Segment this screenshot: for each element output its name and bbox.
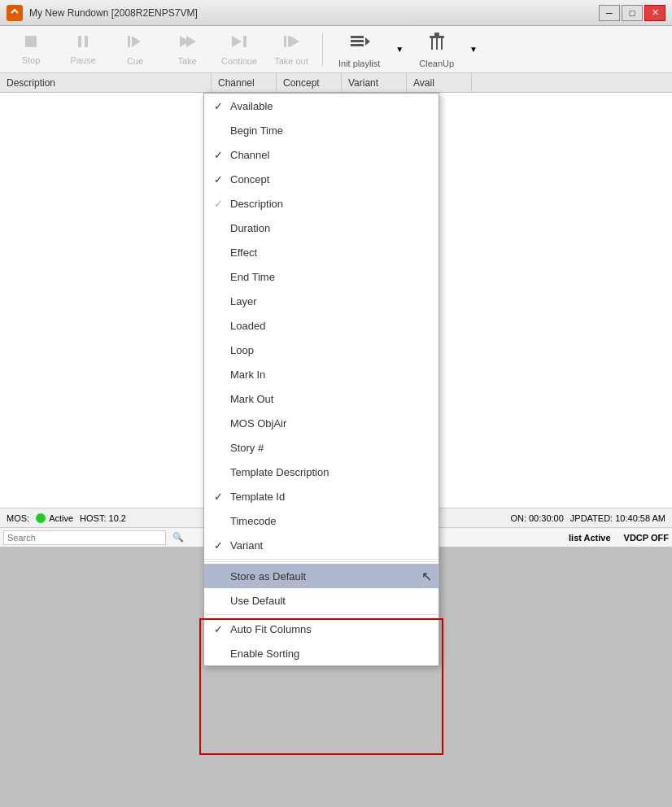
col-channel: Channel [212,73,277,92]
menu-item-duration[interactable]: Duration [204,216,439,240]
svg-rect-20 [436,38,438,50]
init-playlist-dropdown-arrow[interactable]: ▼ [392,43,407,55]
menu-separator-main [204,561,439,562]
svg-rect-13 [351,36,364,38]
cleanup-dropdown-arrow[interactable]: ▼ [466,43,481,55]
svg-rect-9 [243,36,247,47]
takeout-button[interactable]: Take out [267,29,316,70]
svg-marker-12 [290,36,299,47]
col-variant: Variant [342,73,407,92]
continue-icon [230,33,248,55]
take-icon [178,33,196,55]
stop-icon [23,33,39,54]
col-concept: Concept [277,73,342,92]
menu-separator-use-default [204,614,439,615]
stop-button[interactable]: Stop [7,29,55,70]
col-description: Description [0,73,212,92]
cleanup-icon [426,31,447,57]
svg-marker-16 [365,37,370,46]
menu-item-variant[interactable]: Variant [204,533,439,557]
menu-item-loop[interactable]: Loop [204,338,439,362]
svg-rect-10 [284,36,286,47]
svg-rect-4 [128,36,130,47]
continue-button[interactable]: Continue [215,29,264,70]
init-playlist-button[interactable]: Init playlist [329,29,389,70]
mos-status: Active [36,513,73,523]
cue-icon [126,33,144,55]
cue-button[interactable]: Cue [111,29,159,70]
pause-button[interactable]: Pause [59,29,107,70]
menu-item-mos-objair[interactable]: MOS ObjAir [204,411,439,435]
takeout-icon [282,33,300,55]
init-playlist-icon [349,31,370,57]
menu-item-mark-in[interactable]: Mark In [204,362,439,386]
menu-item-loaded[interactable]: Loaded [204,313,439,338]
window-title: My New Rundown [2008R2ENPS7VM] [29,7,198,19]
context-menu: AvailableBegin TimeChannelConceptDescrip… [203,93,439,666]
menu-item-store-as-default[interactable]: Store as Default↖ [204,564,439,588]
svg-rect-1 [25,36,37,47]
minimize-button[interactable]: ─ [599,5,620,21]
window-controls: ─ □ ✕ [599,5,665,21]
svg-rect-3 [85,36,88,47]
list-active-status: list Active [569,533,611,543]
svg-marker-8 [232,36,242,47]
cursor-icon: ↖ [421,569,432,584]
menu-item-story-hash[interactable]: Story # [204,435,439,460]
svg-rect-14 [351,40,364,42]
svg-rect-2 [78,36,81,47]
maximize-button[interactable]: □ [622,5,643,21]
svg-rect-18 [430,36,444,38]
svg-rect-15 [351,44,364,46]
col-avail: Avail [407,73,472,92]
search-icon[interactable]: 🔍 [172,532,184,543]
menu-item-description[interactable]: Description [204,191,439,216]
take-button[interactable]: Take [163,29,212,70]
menu-item-channel[interactable]: Channel [204,142,439,167]
menu-item-layer[interactable]: Layer [204,289,439,313]
svg-rect-19 [431,38,433,50]
menu-item-auto-fit-columns[interactable]: Auto Fit Columns [204,617,439,641]
menu-item-end-time[interactable]: End Time [204,264,439,289]
svg-marker-7 [186,36,196,47]
app-icon [7,5,23,21]
menu-item-concept[interactable]: Concept [204,167,439,191]
menu-item-mark-out[interactable]: Mark Out [204,386,439,411]
menu-separator-variant [204,559,439,560]
pause-icon [75,33,91,54]
toolbar-separator [322,33,323,66]
svg-rect-21 [441,38,443,50]
search-input[interactable] [3,530,166,545]
menu-item-enable-sorting[interactable]: Enable Sorting [204,641,439,665]
title-bar: My New Rundown [2008R2ENPS7VM] ─ □ ✕ [0,0,672,26]
svg-marker-5 [132,36,141,47]
cleanup-button[interactable]: CleanUp [410,29,463,70]
column-header: Description Channel Concept Variant Avai… [0,73,672,93]
menu-item-template-description[interactable]: Template Description [204,460,439,484]
toolbar: Stop Pause Cue Take [0,26,672,73]
menu-item-timecode[interactable]: Timecode [204,508,439,533]
menu-item-begin-time[interactable]: Begin Time [204,118,439,142]
menu-item-use-default[interactable]: Use Default [204,588,439,613]
vdcp-status: VDCP OFF [624,533,669,543]
menu-item-effect[interactable]: Effect [204,240,439,264]
active-indicator [36,513,46,523]
menu-item-template-id[interactable]: Template Id [204,484,439,508]
menu-item-available[interactable]: Available [204,94,439,118]
close-button[interactable]: ✕ [644,5,665,21]
